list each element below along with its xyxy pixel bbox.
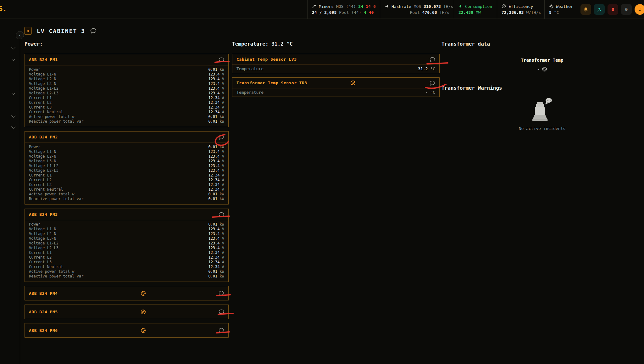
power-heading: Power:: [25, 41, 229, 47]
muted-count-button[interactable]: 0: [621, 4, 632, 15]
power-column: Power: ABB B24 PM1Power0.01 kWVoltage L1…: [25, 41, 229, 338]
sidebar-chevron-1[interactable]: [11, 45, 15, 49]
metric-row: Current L112.34 A: [29, 250, 224, 255]
metric-number: 123.4: [208, 164, 219, 168]
power-panel-5: ABB B24 PM5: [25, 305, 229, 319]
header-miners[interactable]: Miners MOS (44) 24 14 6 24 / 2,698 Pool …: [307, 0, 380, 19]
metric-value: 123.4 V: [208, 164, 224, 168]
metric-unit: A: [220, 173, 224, 177]
temperature-panel-1: Cabinet Temp Sensor LV3Temperature31.2 °…: [232, 54, 440, 73]
metric-value: 0.01 kW: [208, 115, 224, 119]
efficiency-label: Efficiency: [508, 4, 533, 9]
comment-icon[interactable]: [219, 309, 224, 314]
metric-unit: V: [220, 232, 224, 236]
comment-icon[interactable]: [219, 135, 224, 140]
page-title-row: < LV CABINET 3: [24, 27, 97, 35]
metric-label: Reactive power total var: [29, 274, 83, 279]
metric-row: Voltage L1-L2123.4 V: [29, 86, 224, 91]
comment-icon[interactable]: [219, 328, 224, 333]
sidebar-chevron-5[interactable]: [11, 125, 15, 129]
metric-value: 12.34 A: [208, 250, 224, 255]
metric-unit: A: [220, 255, 224, 260]
metric-value: 12.34 A: [208, 96, 224, 100]
hashrate-mos-scope: MOS: [414, 4, 421, 9]
back-button[interactable]: <: [24, 27, 32, 35]
metric-number: 0.01: [208, 115, 217, 119]
metric-row: Active power total w0.01 kW: [29, 115, 224, 119]
miners-icon: [312, 4, 316, 8]
metric-unit: V: [220, 77, 224, 81]
metric-number: 123.4: [208, 232, 219, 236]
comment-icon[interactable]: [219, 212, 224, 217]
metric-value: 123.4 V: [208, 154, 224, 159]
metric-row: Current L112.34 A: [29, 173, 224, 178]
miners-mos-error: 6: [373, 4, 376, 9]
metric-value: 123.4 V: [208, 168, 224, 173]
bell-icon: [583, 7, 588, 12]
metric-unit: kW: [217, 274, 224, 278]
temperature-heading: Temperature: 31.2 °C: [232, 41, 440, 47]
hashrate-pool-value: 470.68: [422, 10, 437, 15]
no-incidents-text: No active incidents: [441, 126, 643, 131]
operators-button[interactable]: [594, 4, 605, 15]
comment-icon[interactable]: [219, 57, 224, 62]
comment-icon[interactable]: [430, 57, 435, 62]
panel-title: ABB B24 PM6: [29, 328, 141, 333]
metric-number: 0.01: [208, 197, 217, 201]
warning-icon: [141, 309, 146, 315]
panel-header: Cabinet Temp Sensor LV3: [232, 54, 439, 65]
brand-logo[interactable]: S.: [0, 5, 7, 13]
metric-row: Current Neutral12.34 A: [29, 110, 224, 115]
top-bar: S. Miners MOS (44) 24 14 6 24 / 2,698 Po…: [0, 0, 644, 19]
power-panel-3: ABB B24 PM3Power0.01 kWVoltage L1-N123.4…: [25, 209, 229, 282]
header-consumption[interactable]: Consumption 22.489 MW: [454, 0, 497, 19]
metric-value: 123.4 V: [208, 227, 224, 232]
consumption-bolt-icon: [458, 4, 463, 8]
metric-number: 123.4: [208, 227, 219, 231]
metric-label: Power: [29, 67, 40, 72]
miners-pool-error: 40: [369, 10, 374, 15]
sidebar-collapse-button[interactable]: ‹: [16, 31, 24, 39]
panel-rows: Power0.01 kWVoltage L1-N123.4 VVoltage L…: [25, 65, 228, 127]
metric-value: 31.2 °C: [418, 65, 435, 73]
metric-number: 123.4: [208, 154, 219, 159]
temperature-panel-2: Transformer Temp Sensor TR3Temperature- …: [232, 77, 440, 97]
metric-number: 0.01: [208, 222, 217, 227]
panel-title: ABB B24 PM5: [29, 310, 141, 314]
metric-value: - °C: [425, 88, 435, 97]
metric-unit: kW: [217, 145, 224, 149]
metric-row: Current L212.34 A: [29, 100, 224, 105]
transformer-column: Transformer data Transformer Temp - Tran…: [441, 41, 643, 131]
metric-number: 0.01: [208, 119, 217, 124]
metric-row: Current L312.34 A: [29, 182, 224, 187]
miners-mos-warn: 14: [366, 4, 371, 9]
header-hashrate[interactable]: Hashrate MOS 310.673 TH/s Pool 470.68 TH…: [380, 0, 454, 19]
sidebar-chevron-3[interactable]: [11, 91, 15, 95]
metric-row: Voltage L3-N123.4 V: [29, 159, 224, 164]
notifications-button[interactable]: [580, 4, 591, 15]
metric-label: Current L3: [29, 182, 52, 187]
temperature-panels: Cabinet Temp Sensor LV3Temperature31.2 °…: [232, 54, 440, 97]
metric-label: Voltage L3-N: [29, 236, 56, 241]
metric-row: Voltage L3-N123.4 V: [29, 81, 224, 86]
transformer-data-heading: Transformer data: [441, 41, 643, 47]
power-panels: ABB B24 PM1Power0.01 kWVoltage L1-N123.4…: [25, 54, 229, 338]
comment-icon[interactable]: [430, 81, 435, 86]
sidebar-chevron-4[interactable]: [11, 114, 15, 118]
user-avatar[interactable]: [635, 4, 644, 15]
metric-label: Voltage L3-N: [29, 81, 56, 86]
metric-value: 12.34 A: [208, 182, 224, 187]
comment-icon[interactable]: [219, 291, 224, 296]
miners-label: Miners: [319, 4, 334, 9]
panel-title: ABB B24 PM1: [29, 57, 144, 62]
metric-value: 123.4 V: [208, 241, 224, 246]
metric-label: Current L1: [29, 96, 52, 100]
header-weather[interactable]: Weather 8 °C: [544, 0, 577, 19]
metric-unit: V: [220, 236, 224, 241]
header-efficiency[interactable]: Efficiency 72,386.93 W/TH/s: [497, 0, 544, 19]
alerts-count-button[interactable]: 0: [608, 4, 618, 15]
sidebar-chevron-2[interactable]: [11, 57, 15, 61]
person-icon: [597, 7, 602, 12]
metric-label: Voltage L2-N: [29, 232, 56, 236]
page-comment-icon[interactable]: [90, 28, 97, 34]
